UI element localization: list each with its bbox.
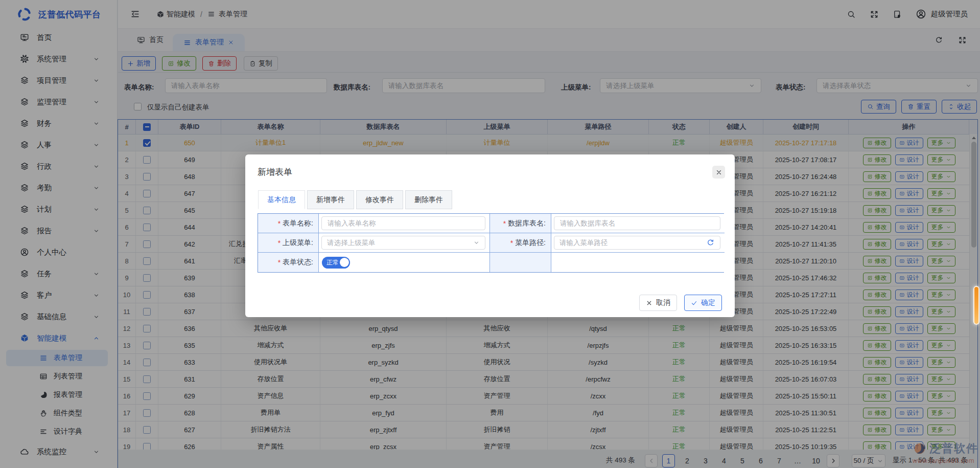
dialog-title: 新增表单	[258, 166, 292, 178]
field-cell-empty	[551, 253, 725, 272]
field-cell	[551, 233, 725, 253]
required-mark: *	[278, 239, 281, 247]
dialog-tabs: 基本信息 新增事件 修改事件 删除事件	[258, 190, 452, 209]
field-label: *菜单路径:	[490, 233, 551, 253]
dialog-form: *表单名称: *数据库表名: *上级菜单: 请选择上级菜单 *菜单路径: *表单…	[258, 213, 724, 273]
dialog-footer: 取消 确定	[639, 295, 722, 311]
check-icon	[691, 300, 697, 306]
db-table-name-input[interactable]	[554, 216, 720, 230]
button-label: 取消	[656, 298, 670, 307]
parent-menu-select[interactable]: 请选择上级菜单	[321, 236, 485, 250]
button-label: 确定	[701, 298, 715, 307]
tab-delete-event[interactable]: 删除事件	[405, 190, 452, 209]
add-form-dialog: 新增表单 基本信息 新增事件 修改事件 删除事件 *表单名称: *数据库表名: …	[245, 154, 735, 317]
tab-basic-info[interactable]: 基本信息	[258, 190, 305, 209]
chevron-down-icon	[473, 239, 480, 246]
dialog-close-button[interactable]	[712, 166, 725, 179]
close-icon	[646, 300, 652, 306]
required-mark: *	[278, 258, 281, 266]
field-cell	[319, 214, 490, 233]
form-status-switch[interactable]: 正常	[322, 257, 350, 269]
field-cell	[551, 214, 725, 233]
close-icon	[715, 169, 722, 176]
field-label: *表单状态:	[258, 253, 319, 272]
field-cell: 正常	[319, 253, 490, 272]
field-label-empty	[490, 253, 551, 272]
tab-edit-event[interactable]: 修改事件	[356, 190, 403, 209]
required-mark: *	[510, 239, 513, 247]
cancel-button[interactable]: 取消	[639, 295, 677, 311]
field-label: *数据库表名:	[490, 214, 551, 233]
switch-label: 正常	[326, 258, 339, 267]
required-mark: *	[278, 219, 281, 228]
menu-path-input[interactable]	[559, 239, 706, 247]
field-cell: 请选择上级菜单	[319, 233, 490, 253]
field-label: *上级菜单:	[258, 233, 319, 253]
confirm-button[interactable]: 确定	[684, 295, 722, 311]
select-placeholder: 请选择上级菜单	[327, 238, 376, 248]
menu-path-input-wrap	[554, 236, 720, 250]
refresh-icon[interactable]	[706, 238, 715, 247]
form-name-input[interactable]	[321, 216, 485, 230]
required-mark: *	[503, 219, 506, 228]
field-label: *表单名称:	[258, 214, 319, 233]
page-scroll-indicator[interactable]	[973, 286, 979, 325]
switch-knob	[340, 258, 349, 267]
tab-add-event[interactable]: 新增事件	[307, 190, 354, 209]
